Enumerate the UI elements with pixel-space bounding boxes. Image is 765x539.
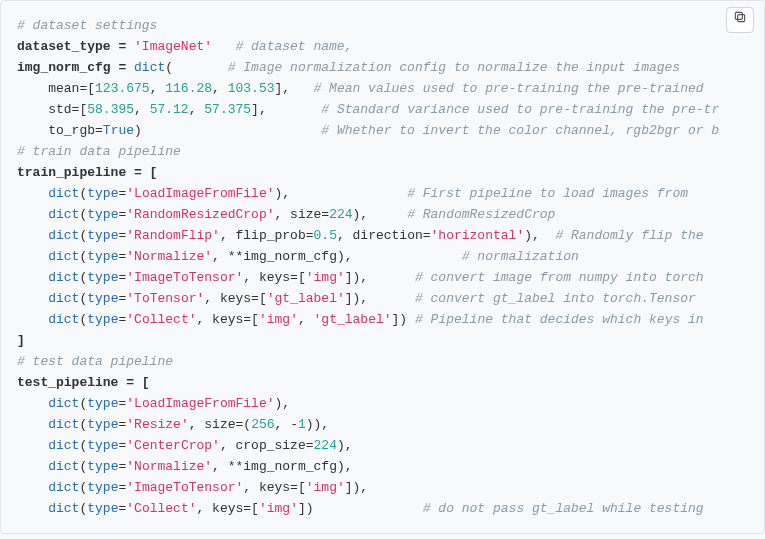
code-string: 'RandomResizedCrop' bbox=[126, 207, 274, 222]
copy-icon bbox=[733, 10, 747, 31]
code-text: , **img_norm_cfg), bbox=[212, 249, 352, 264]
code-text: train_pipeline = [ bbox=[17, 165, 157, 180]
code-punct: , bbox=[212, 81, 228, 96]
code-comment: # test data pipeline bbox=[17, 354, 173, 369]
code-punct: ], bbox=[251, 102, 267, 117]
code-punct: , bbox=[150, 81, 166, 96]
code-keyword: type bbox=[87, 207, 118, 222]
code-punct: , bbox=[134, 102, 150, 117]
code-text: , - bbox=[275, 417, 298, 432]
code-keyword: type bbox=[87, 396, 118, 411]
code-keyword: type bbox=[87, 417, 118, 432]
code-keyword: type bbox=[87, 249, 118, 264]
code-string: 'horizontal' bbox=[431, 228, 525, 243]
code-keyword: type bbox=[87, 459, 118, 474]
code-punct: ]) bbox=[298, 501, 314, 516]
code-string: 'CenterCrop' bbox=[126, 438, 220, 453]
code-keyword: dict bbox=[48, 312, 79, 327]
code-number: 123.675 bbox=[95, 81, 150, 96]
code-block: # dataset settings dataset_type = 'Image… bbox=[0, 0, 765, 534]
code-text: mean=[ bbox=[48, 81, 95, 96]
code-text: dataset_type = bbox=[17, 39, 134, 54]
code-punct: , bbox=[189, 102, 205, 117]
code-string: 'ImageToTensor' bbox=[126, 270, 243, 285]
code-punct: ]), bbox=[345, 270, 368, 285]
code-punct: ), bbox=[275, 186, 291, 201]
code-comment: # Randomly flip the bbox=[555, 228, 703, 243]
code-string: 'Collect' bbox=[126, 501, 196, 516]
code-string: 'img' bbox=[306, 270, 345, 285]
code-text: std=[ bbox=[48, 102, 87, 117]
code-keyword: type bbox=[87, 312, 118, 327]
code-string: 'img' bbox=[306, 480, 345, 495]
code-keyword: dict bbox=[134, 60, 165, 75]
code-keyword: type bbox=[87, 270, 118, 285]
code-text: to_rgb= bbox=[48, 123, 103, 138]
code-number: 256 bbox=[251, 417, 274, 432]
code-punct: ( bbox=[165, 60, 173, 75]
code-keyword: type bbox=[87, 291, 118, 306]
code-punct: )), bbox=[306, 417, 329, 432]
code-keyword: dict bbox=[48, 480, 79, 495]
code-text: , keys=[ bbox=[243, 480, 305, 495]
code-comment: # convert image from numpy into torch bbox=[415, 270, 704, 285]
code-punct: ), bbox=[524, 228, 540, 243]
code-keyword: dict bbox=[48, 417, 79, 432]
code-punct: ]), bbox=[345, 480, 368, 495]
code-comment: # Image normalization config to normaliz… bbox=[228, 60, 680, 75]
svg-rect-1 bbox=[735, 12, 742, 19]
code-punct: ), bbox=[275, 396, 291, 411]
code-text: , keys=[ bbox=[197, 501, 259, 516]
code-keyword: type bbox=[87, 228, 118, 243]
code-number: 57.375 bbox=[204, 102, 251, 117]
code-comment: # convert gt_label into torch.Tensor bbox=[415, 291, 696, 306]
code-string: 'LoadImageFromFile' bbox=[126, 396, 274, 411]
code-text: , keys=[ bbox=[243, 270, 305, 285]
code-string: 'Resize' bbox=[126, 417, 188, 432]
code-punct: ) bbox=[134, 123, 142, 138]
code-punct: ), bbox=[337, 438, 353, 453]
code-comment: # dataset settings bbox=[17, 18, 157, 33]
code-comment: # train data pipeline bbox=[17, 144, 181, 159]
code-keyword: type bbox=[87, 501, 118, 516]
code-string: 'ToTensor' bbox=[126, 291, 204, 306]
code-punct: ], bbox=[274, 81, 290, 96]
code-keyword: True bbox=[103, 123, 134, 138]
code-text: img_norm_cfg = bbox=[17, 60, 134, 75]
code-number: 0.5 bbox=[314, 228, 337, 243]
code-keyword: type bbox=[87, 186, 118, 201]
code-number: 224 bbox=[329, 207, 352, 222]
code-string: 'img' bbox=[259, 312, 298, 327]
code-punct: , bbox=[298, 312, 314, 327]
code-comment: # RandomResizedCrop bbox=[407, 207, 555, 222]
code-comment: # normalization bbox=[462, 249, 579, 264]
code-keyword: dict bbox=[48, 186, 79, 201]
code-text: , size=( bbox=[189, 417, 251, 432]
code-keyword: dict bbox=[48, 459, 79, 474]
code-comment: # Pipeline that decides which keys in bbox=[415, 312, 704, 327]
code-number: 1 bbox=[298, 417, 306, 432]
code-string: 'ImageToTensor' bbox=[126, 480, 243, 495]
code-number: 57.12 bbox=[150, 102, 189, 117]
code-keyword: dict bbox=[48, 249, 79, 264]
code-keyword: type bbox=[87, 480, 118, 495]
code-keyword: type bbox=[87, 438, 118, 453]
copy-button[interactable] bbox=[726, 7, 754, 33]
code-keyword: dict bbox=[48, 228, 79, 243]
code-content: # dataset settings dataset_type = 'Image… bbox=[17, 15, 748, 519]
code-string: 'img' bbox=[259, 501, 298, 516]
code-punct: ]) bbox=[392, 312, 408, 327]
code-string: 'Collect' bbox=[126, 312, 196, 327]
code-text: , crop_size= bbox=[220, 438, 314, 453]
code-keyword: dict bbox=[48, 270, 79, 285]
code-number: 103.53 bbox=[228, 81, 275, 96]
svg-rect-0 bbox=[738, 14, 745, 21]
code-number: 116.28 bbox=[165, 81, 212, 96]
code-text: test_pipeline = [ bbox=[17, 375, 150, 390]
code-string: 'gt_label' bbox=[314, 312, 392, 327]
code-comment: # do not pass gt_label while testing bbox=[423, 501, 704, 516]
code-text: , **img_norm_cfg), bbox=[212, 459, 352, 474]
code-punct: ] bbox=[17, 333, 25, 348]
code-comment: # Standard variance used to pre-training… bbox=[321, 102, 719, 117]
code-comment: # dataset name, bbox=[235, 39, 352, 54]
